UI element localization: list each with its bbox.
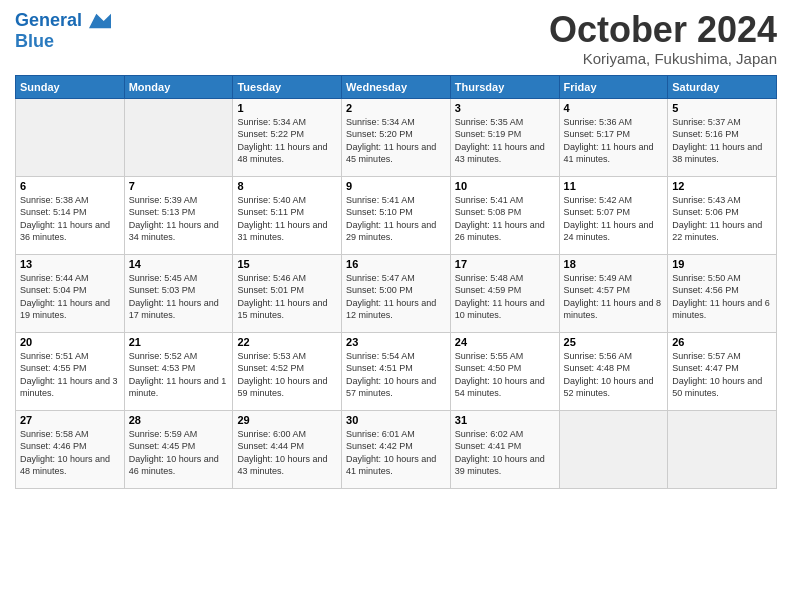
month-title: October 2024 — [549, 10, 777, 50]
cell-2-0: 13 Sunrise: 5:44 AMSunset: 5:04 PMDaylig… — [16, 254, 125, 332]
day-info: Sunrise: 5:37 AMSunset: 5:16 PMDaylight:… — [672, 116, 772, 166]
day-info: Sunrise: 5:55 AMSunset: 4:50 PMDaylight:… — [455, 350, 555, 400]
week-row-0: 1 Sunrise: 5:34 AMSunset: 5:22 PMDayligh… — [16, 98, 777, 176]
cell-3-0: 20 Sunrise: 5:51 AMSunset: 4:55 PMDaylig… — [16, 332, 125, 410]
day-number: 2 — [346, 102, 446, 114]
logo-general: General — [15, 10, 82, 30]
day-number: 24 — [455, 336, 555, 348]
day-number: 1 — [237, 102, 337, 114]
day-number: 7 — [129, 180, 229, 192]
cell-3-2: 22 Sunrise: 5:53 AMSunset: 4:52 PMDaylig… — [233, 332, 342, 410]
cell-1-3: 9 Sunrise: 5:41 AMSunset: 5:10 PMDayligh… — [342, 176, 451, 254]
cell-1-5: 11 Sunrise: 5:42 AMSunset: 5:07 PMDaylig… — [559, 176, 668, 254]
cell-2-3: 16 Sunrise: 5:47 AMSunset: 5:00 PMDaylig… — [342, 254, 451, 332]
header-sunday: Sunday — [16, 75, 125, 98]
header-wednesday: Wednesday — [342, 75, 451, 98]
title-block: October 2024 Koriyama, Fukushima, Japan — [549, 10, 777, 67]
day-info: Sunrise: 5:54 AMSunset: 4:51 PMDaylight:… — [346, 350, 446, 400]
day-info: Sunrise: 5:45 AMSunset: 5:03 PMDaylight:… — [129, 272, 229, 322]
day-number: 19 — [672, 258, 772, 270]
main-container: General Blue October 2024 Koriyama, Fuku… — [0, 0, 792, 494]
cell-1-0: 6 Sunrise: 5:38 AMSunset: 5:14 PMDayligh… — [16, 176, 125, 254]
day-info: Sunrise: 5:46 AMSunset: 5:01 PMDaylight:… — [237, 272, 337, 322]
cell-4-3: 30 Sunrise: 6:01 AMSunset: 4:42 PMDaylig… — [342, 410, 451, 488]
day-info: Sunrise: 5:40 AMSunset: 5:11 PMDaylight:… — [237, 194, 337, 244]
day-info: Sunrise: 5:53 AMSunset: 4:52 PMDaylight:… — [237, 350, 337, 400]
day-number: 31 — [455, 414, 555, 426]
day-number: 22 — [237, 336, 337, 348]
day-number: 9 — [346, 180, 446, 192]
day-info: Sunrise: 5:51 AMSunset: 4:55 PMDaylight:… — [20, 350, 120, 400]
day-number: 10 — [455, 180, 555, 192]
day-info: Sunrise: 5:42 AMSunset: 5:07 PMDaylight:… — [564, 194, 664, 244]
cell-0-1 — [124, 98, 233, 176]
day-info: Sunrise: 6:00 AMSunset: 4:44 PMDaylight:… — [237, 428, 337, 478]
day-number: 15 — [237, 258, 337, 270]
day-number: 20 — [20, 336, 120, 348]
cell-3-5: 25 Sunrise: 5:56 AMSunset: 4:48 PMDaylig… — [559, 332, 668, 410]
day-info: Sunrise: 5:52 AMSunset: 4:53 PMDaylight:… — [129, 350, 229, 400]
cell-3-4: 24 Sunrise: 5:55 AMSunset: 4:50 PMDaylig… — [450, 332, 559, 410]
cell-0-5: 4 Sunrise: 5:36 AMSunset: 5:17 PMDayligh… — [559, 98, 668, 176]
day-number: 30 — [346, 414, 446, 426]
day-info: Sunrise: 5:50 AMSunset: 4:56 PMDaylight:… — [672, 272, 772, 322]
week-row-4: 27 Sunrise: 5:58 AMSunset: 4:46 PMDaylig… — [16, 410, 777, 488]
cell-4-2: 29 Sunrise: 6:00 AMSunset: 4:44 PMDaylig… — [233, 410, 342, 488]
day-number: 16 — [346, 258, 446, 270]
day-info: Sunrise: 5:47 AMSunset: 5:00 PMDaylight:… — [346, 272, 446, 322]
cell-1-2: 8 Sunrise: 5:40 AMSunset: 5:11 PMDayligh… — [233, 176, 342, 254]
cell-0-3: 2 Sunrise: 5:34 AMSunset: 5:20 PMDayligh… — [342, 98, 451, 176]
cell-1-4: 10 Sunrise: 5:41 AMSunset: 5:08 PMDaylig… — [450, 176, 559, 254]
cell-4-6 — [668, 410, 777, 488]
day-info: Sunrise: 5:58 AMSunset: 4:46 PMDaylight:… — [20, 428, 120, 478]
cell-2-4: 17 Sunrise: 5:48 AMSunset: 4:59 PMDaylig… — [450, 254, 559, 332]
day-number: 12 — [672, 180, 772, 192]
day-info: Sunrise: 5:48 AMSunset: 4:59 PMDaylight:… — [455, 272, 555, 322]
day-number: 6 — [20, 180, 120, 192]
cell-0-4: 3 Sunrise: 5:35 AMSunset: 5:19 PMDayligh… — [450, 98, 559, 176]
cell-1-1: 7 Sunrise: 5:39 AMSunset: 5:13 PMDayligh… — [124, 176, 233, 254]
header-saturday: Saturday — [668, 75, 777, 98]
day-info: Sunrise: 5:41 AMSunset: 5:10 PMDaylight:… — [346, 194, 446, 244]
header-friday: Friday — [559, 75, 668, 98]
weekday-header-row: Sunday Monday Tuesday Wednesday Thursday… — [16, 75, 777, 98]
day-number: 29 — [237, 414, 337, 426]
day-number: 25 — [564, 336, 664, 348]
day-info: Sunrise: 5:38 AMSunset: 5:14 PMDaylight:… — [20, 194, 120, 244]
day-number: 11 — [564, 180, 664, 192]
day-number: 23 — [346, 336, 446, 348]
cell-4-1: 28 Sunrise: 5:59 AMSunset: 4:45 PMDaylig… — [124, 410, 233, 488]
cell-4-4: 31 Sunrise: 6:02 AMSunset: 4:41 PMDaylig… — [450, 410, 559, 488]
header: General Blue October 2024 Koriyama, Fuku… — [15, 10, 777, 67]
week-row-2: 13 Sunrise: 5:44 AMSunset: 5:04 PMDaylig… — [16, 254, 777, 332]
cell-2-6: 19 Sunrise: 5:50 AMSunset: 4:56 PMDaylig… — [668, 254, 777, 332]
day-number: 18 — [564, 258, 664, 270]
day-info: Sunrise: 5:36 AMSunset: 5:17 PMDaylight:… — [564, 116, 664, 166]
cell-4-5 — [559, 410, 668, 488]
header-tuesday: Tuesday — [233, 75, 342, 98]
day-number: 4 — [564, 102, 664, 114]
cell-2-5: 18 Sunrise: 5:49 AMSunset: 4:57 PMDaylig… — [559, 254, 668, 332]
day-number: 13 — [20, 258, 120, 270]
logo-blue: Blue — [15, 32, 111, 52]
day-number: 5 — [672, 102, 772, 114]
day-info: Sunrise: 6:01 AMSunset: 4:42 PMDaylight:… — [346, 428, 446, 478]
day-number: 3 — [455, 102, 555, 114]
day-info: Sunrise: 5:41 AMSunset: 5:08 PMDaylight:… — [455, 194, 555, 244]
day-info: Sunrise: 6:02 AMSunset: 4:41 PMDaylight:… — [455, 428, 555, 478]
cell-3-3: 23 Sunrise: 5:54 AMSunset: 4:51 PMDaylig… — [342, 332, 451, 410]
day-info: Sunrise: 5:56 AMSunset: 4:48 PMDaylight:… — [564, 350, 664, 400]
day-number: 27 — [20, 414, 120, 426]
day-number: 26 — [672, 336, 772, 348]
logo: General Blue — [15, 10, 111, 52]
location: Koriyama, Fukushima, Japan — [549, 50, 777, 67]
day-number: 14 — [129, 258, 229, 270]
day-info: Sunrise: 5:57 AMSunset: 4:47 PMDaylight:… — [672, 350, 772, 400]
week-row-3: 20 Sunrise: 5:51 AMSunset: 4:55 PMDaylig… — [16, 332, 777, 410]
day-info: Sunrise: 5:59 AMSunset: 4:45 PMDaylight:… — [129, 428, 229, 478]
day-number: 8 — [237, 180, 337, 192]
day-info: Sunrise: 5:44 AMSunset: 5:04 PMDaylight:… — [20, 272, 120, 322]
cell-4-0: 27 Sunrise: 5:58 AMSunset: 4:46 PMDaylig… — [16, 410, 125, 488]
cell-1-6: 12 Sunrise: 5:43 AMSunset: 5:06 PMDaylig… — [668, 176, 777, 254]
header-monday: Monday — [124, 75, 233, 98]
